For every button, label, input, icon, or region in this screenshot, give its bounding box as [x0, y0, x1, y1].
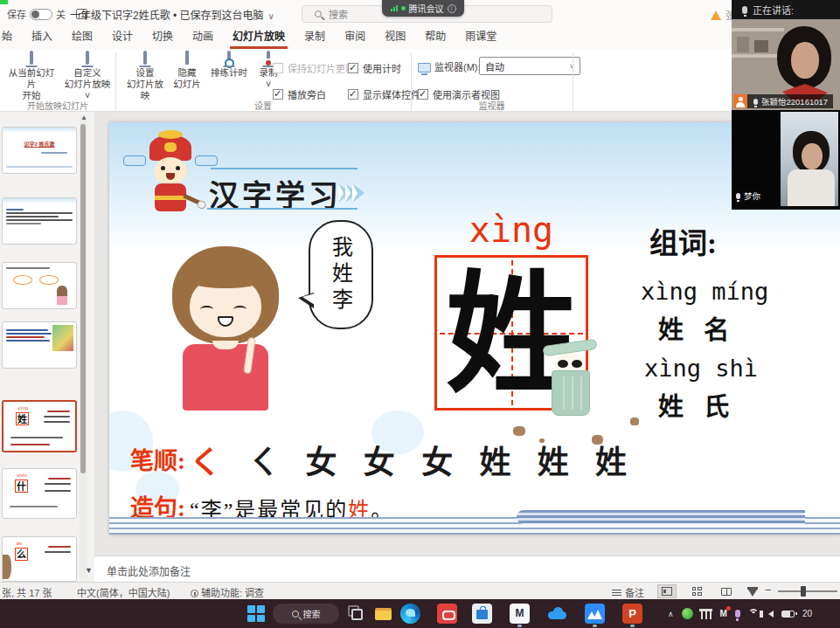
zoom-out-button[interactable]: −: [765, 583, 772, 597]
speaking-label: 正在讲话:: [753, 3, 794, 17]
notes-toggle-button[interactable]: 备注: [612, 585, 644, 599]
m-app-icon[interactable]: M: [510, 604, 530, 624]
task-view-button[interactable]: [346, 604, 366, 624]
view-normal-button[interactable]: [657, 584, 677, 598]
edge-browser-icon[interactable]: [400, 604, 420, 624]
system-tray: ∧ M 20: [668, 599, 812, 628]
mini-cartoon: [3, 555, 11, 579]
wifi-icon[interactable]: [748, 609, 760, 618]
tray-microphone-icon[interactable]: [735, 610, 740, 618]
panel-collapse-arrow[interactable]: ▼: [85, 566, 93, 575]
slide-thumbnail-3[interactable]: [2, 262, 77, 309]
tab-draw[interactable]: 绘图: [62, 24, 102, 49]
tray-m-notification-icon[interactable]: M: [720, 609, 727, 618]
tab-insert[interactable]: 插入: [22, 24, 62, 49]
tab-yuketang[interactable]: 雨课堂: [455, 24, 506, 49]
recording-indicator-pixel: [0, 0, 8, 4]
start-button[interactable]: [246, 604, 266, 624]
thumbnail-scrollbar-thumb[interactable]: [80, 124, 86, 473]
slide-thumbnail-2[interactable]: [2, 197, 77, 245]
checkbox-keep-slides-updated[interactable]: 保持幻灯片更新: [273, 61, 355, 75]
tab-slideshow[interactable]: 幻灯片放映: [223, 24, 295, 49]
onedrive-icon[interactable]: [547, 604, 567, 624]
participant-video-1[interactable]: 张颖怡220161017: [732, 19, 840, 110]
title-chevron-icon: ∨: [268, 11, 274, 21]
mic-icon: [736, 193, 740, 199]
notes-pane[interactable]: 单击此处添加备注: [94, 556, 840, 582]
slide-editing-area[interactable]: 汉字学习 我姓李 xìng 姓: [109, 122, 840, 535]
participant-video-2[interactable]: 梦你: [732, 110, 840, 208]
language-status[interactable]: 中文(简体，中国大陆): [77, 585, 170, 599]
thumb7-char: 么: [15, 548, 28, 561]
speech-bubble[interactable]: 我姓李: [309, 220, 373, 329]
zuci-heading[interactable]: 组词:: [649, 220, 717, 262]
meeting-video-panel[interactable]: 正在讲话: 张颖怡220161017 梦你: [732, 0, 840, 210]
tray-green-app-icon[interactable]: [682, 608, 693, 619]
zoom-slider-track[interactable]: [778, 590, 837, 592]
speaker-icon[interactable]: [768, 611, 774, 618]
checkbox-box: [273, 63, 283, 73]
girl-fringe: [186, 266, 265, 288]
slide-thumbnail-1[interactable]: 识字2 姓氏歌: [2, 127, 77, 174]
ribbon-tab-bar: 始 插入 绘图 设计 切换 动画 幻灯片放映 录制 审阅 视图 帮助 雨课堂: [0, 26, 840, 49]
clock-time[interactable]: 20: [802, 609, 812, 618]
view-reading-button[interactable]: [717, 584, 736, 598]
checkbox-use-timings[interactable]: 使用计时: [348, 61, 401, 75]
tray-expand-chevron[interactable]: ∧: [668, 610, 674, 618]
info-icon[interactable]: i: [448, 4, 456, 13]
girl-illustration[interactable]: [151, 246, 300, 411]
mascot-boy-illustration: [128, 129, 212, 217]
accessibility-status[interactable]: 辅助功能: 调查: [191, 585, 264, 599]
scroll-up-arrow[interactable]: ▲: [80, 114, 87, 121]
tab-transitions[interactable]: 切换: [142, 24, 183, 49]
tab-design[interactable]: 设计: [102, 24, 142, 49]
autosave-switch[interactable]: [30, 9, 52, 20]
red-app-icon[interactable]: [437, 604, 457, 624]
powerpoint-icon[interactable]: P: [622, 604, 642, 624]
thumb5-pinyin: xìng: [17, 405, 28, 411]
zoom-slider-handle[interactable]: [801, 586, 806, 597]
search-placeholder: 搜索: [329, 7, 348, 21]
slide-thumbnail-7[interactable]: me 么: [2, 536, 77, 582]
autosave-label: 保存: [7, 7, 26, 21]
tray-mixer-icon[interactable]: [701, 609, 712, 619]
slide-thumbnail-4[interactable]: [2, 321, 77, 369]
tab-animations[interactable]: 动画: [183, 24, 223, 49]
file-explorer-icon[interactable]: [373, 604, 393, 624]
slide-thumbnail-6[interactable]: shén 什: [2, 468, 77, 519]
thumb5-char: 姓: [16, 412, 29, 425]
view-sorter-button[interactable]: [687, 584, 706, 598]
slide-thumbnail-5-selected[interactable]: xìng 姓: [2, 400, 77, 452]
tab-view[interactable]: 视图: [375, 24, 415, 49]
tab-review[interactable]: 审阅: [335, 24, 375, 49]
mini-image: [52, 325, 73, 351]
view-slideshow-button[interactable]: [743, 584, 762, 598]
setup-slideshow-button[interactable]: 设置幻灯片放映: [122, 52, 168, 102]
tencent-meeting-pill[interactable]: 腾讯会议 i: [382, 0, 464, 17]
taskbar-search[interactable]: 搜索: [273, 604, 339, 624]
rehearse-timings-button[interactable]: 排练计时: [206, 52, 252, 79]
battery-icon[interactable]: [781, 611, 795, 618]
tab-home[interactable]: 始: [0, 24, 22, 49]
document-title[interactable]: 一年级下识字2姓氏歌 • 已保存到这台电脑∨: [70, 7, 274, 22]
custom-slideshow-button[interactable]: 自定义幻灯片放映 ˅: [63, 52, 112, 102]
group-label-monitors: 监视器: [411, 99, 573, 112]
pinyin-heading[interactable]: xìng: [434, 210, 588, 250]
microsoft-store-icon[interactable]: [472, 604, 492, 624]
tencent-meeting-icon[interactable]: [585, 604, 605, 624]
tab-help[interactable]: 帮助: [415, 24, 455, 49]
speech-oval: [13, 275, 32, 285]
stroke-order-steps: く ㄑ 女 女 女 姓 姓 姓: [190, 437, 627, 482]
hide-slide-button[interactable]: 隐藏幻灯片: [171, 52, 203, 90]
avatar-icon: [733, 94, 747, 108]
slide-count: 张, 共 17 张: [2, 585, 52, 599]
participant2-name-bar: 梦你: [733, 189, 766, 203]
monitor-dropdown[interactable]: 自动˅: [479, 57, 580, 75]
from-current-slide-button[interactable]: 从当前幻灯片开始: [5, 52, 58, 102]
search-icon: [292, 611, 299, 618]
bishun-label[interactable]: 笔顺:: [130, 442, 185, 476]
status-bar: 张, 共 17 张 中文(简体，中国大陆) 辅助功能: 调查 备注 −: [0, 582, 840, 599]
tab-record[interactable]: 录制: [295, 24, 335, 49]
hide-slide-icon: [185, 51, 189, 65]
participant1-name: 张颖怡220161017: [761, 95, 828, 107]
